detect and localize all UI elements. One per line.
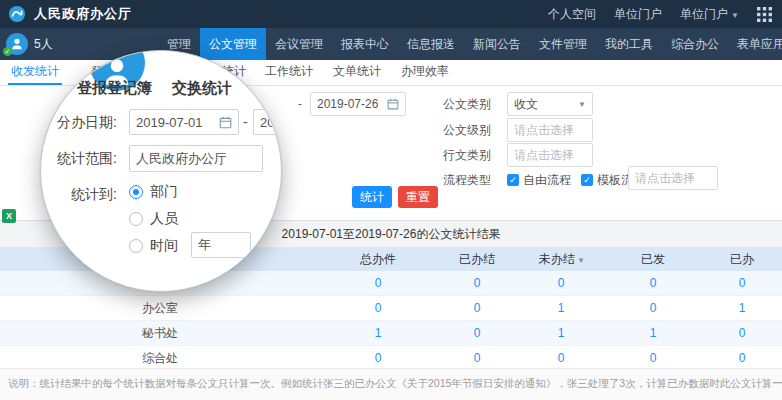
statistics-button[interactable]: 统计 bbox=[352, 186, 392, 208]
table-row: 秘书处 1 0 1 1 0 bbox=[0, 321, 782, 346]
date-range-separator: - bbox=[298, 92, 302, 116]
flow-select-input[interactable]: 请点击选择 bbox=[628, 166, 718, 190]
chevron-down-icon: ▼ bbox=[731, 11, 739, 20]
nav-item-gongju[interactable]: 我的工具 bbox=[596, 28, 662, 60]
doc-category-select[interactable]: 收文 ▼ bbox=[507, 92, 593, 116]
online-status-check-icon: ✓ bbox=[3, 47, 12, 56]
radio-department[interactable]: 部门 bbox=[129, 183, 178, 201]
date-range-separator: - bbox=[243, 109, 248, 135]
tab-wendan-tongji[interactable]: 文单统计 bbox=[330, 60, 384, 83]
col-header-handled[interactable]: 已办 bbox=[702, 247, 782, 271]
select-caret-icon: ▼ bbox=[578, 100, 586, 109]
period-input[interactable]: 年 bbox=[191, 232, 251, 258]
date-from-input[interactable]: 2019-07-01 bbox=[129, 109, 239, 135]
radio-icon bbox=[129, 239, 143, 253]
tab-jiaohuan-tongji[interactable]: 交换统计 bbox=[172, 79, 232, 98]
doc-type-label: 行文类别 bbox=[443, 143, 491, 167]
explanation-note: 说明：统计结果中的每个统计数据对每条公文只计算一次。例如统计张三的已办公文《关于… bbox=[0, 368, 782, 400]
excel-export-icon[interactable]: X bbox=[2, 209, 16, 223]
nav-item-xinxi[interactable]: 信息报送 bbox=[398, 28, 464, 60]
free-flow-checkbox[interactable]: ✓ bbox=[507, 174, 519, 186]
nav-menu: 管理 公文管理 会议管理 报表中心 信息报送 新闻公告 文件管理 我的工具 综合… bbox=[158, 28, 782, 60]
radio-selected-icon bbox=[129, 185, 143, 199]
doc-type-input[interactable]: 请点击选择 bbox=[507, 143, 593, 167]
flow-type-label: 流程类型 bbox=[443, 168, 491, 192]
reset-button[interactable]: 重置 bbox=[398, 186, 438, 208]
calendar-icon bbox=[387, 98, 399, 110]
nav-item-xinwen[interactable]: 新闻公告 bbox=[464, 28, 530, 60]
unit-portal-link-2[interactable]: 单位门户▼ bbox=[680, 6, 739, 23]
sort-caret-icon[interactable]: ▾ bbox=[579, 255, 584, 265]
dispatch-date-label: 分办日期: bbox=[57, 109, 117, 135]
stat-range-input[interactable]: 人民政府办公厅 bbox=[129, 145, 263, 172]
magnifier-overlay: 登报登记簿 交换统计 工作统计 分办日期: 2019-07-01 - 2019-… bbox=[40, 50, 282, 292]
doc-level-input[interactable]: 请点击选择 bbox=[507, 118, 593, 142]
org-title: 人民政府办公厅 bbox=[34, 5, 132, 23]
tab-banli-xiaolv[interactable]: 办理效率 bbox=[398, 60, 452, 83]
tab-dengjibu[interactable]: 登报登记簿 bbox=[77, 79, 152, 98]
col-header-undone[interactable]: 未办结▾ bbox=[518, 247, 604, 271]
nav-item-biaodan[interactable]: 表单应用 bbox=[728, 28, 782, 60]
table-row: 办公室 0 0 1 0 1 bbox=[0, 296, 782, 321]
nav-item-wenjian[interactable]: 文件管理 bbox=[530, 28, 596, 60]
apps-grid-icon[interactable] bbox=[757, 7, 772, 22]
radio-time[interactable]: 时间 bbox=[129, 237, 178, 255]
date-to-input-magnified[interactable]: 2019-07 bbox=[253, 109, 282, 135]
nav-item-gongwen[interactable]: 公文管理 bbox=[200, 28, 266, 60]
col-header-total[interactable]: 总办件 bbox=[320, 247, 436, 271]
nav-item-baobiao[interactable]: 报表中心 bbox=[332, 28, 398, 60]
date-to-input[interactable]: 2019-07-26 bbox=[310, 92, 406, 116]
col-header-sent[interactable]: 已发 bbox=[604, 247, 702, 271]
unit-portal-link-1[interactable]: 单位门户 bbox=[614, 6, 662, 23]
stat-to-label: 统计到: bbox=[71, 181, 117, 207]
calendar-icon bbox=[219, 116, 232, 129]
nav-item-zonghe[interactable]: 综合办公 bbox=[662, 28, 728, 60]
radio-person[interactable]: 人员 bbox=[129, 210, 178, 228]
app-logo-icon bbox=[8, 5, 26, 23]
personal-space-link[interactable]: 个人空间 bbox=[548, 6, 596, 23]
tab-shoufa-tongji[interactable]: 收发统计 bbox=[8, 60, 62, 85]
user-count-badge: 5人 bbox=[34, 28, 53, 60]
radio-icon bbox=[129, 212, 143, 226]
tab-gongzuo-tongji[interactable]: 工作统计 bbox=[262, 60, 316, 83]
col-header-done[interactable]: 已办结 bbox=[436, 247, 518, 271]
nav-item-huiyi[interactable]: 会议管理 bbox=[266, 28, 332, 60]
top-bar: 人民政府办公厅 个人空间 单位门户 单位门户▼ bbox=[0, 0, 782, 28]
doc-category-label: 公文类别 bbox=[443, 92, 491, 116]
template-flow-checkbox[interactable]: ✓ bbox=[581, 174, 593, 186]
stat-range-label: 统计范围: bbox=[57, 145, 117, 171]
doc-level-label: 公文级别 bbox=[443, 118, 491, 142]
